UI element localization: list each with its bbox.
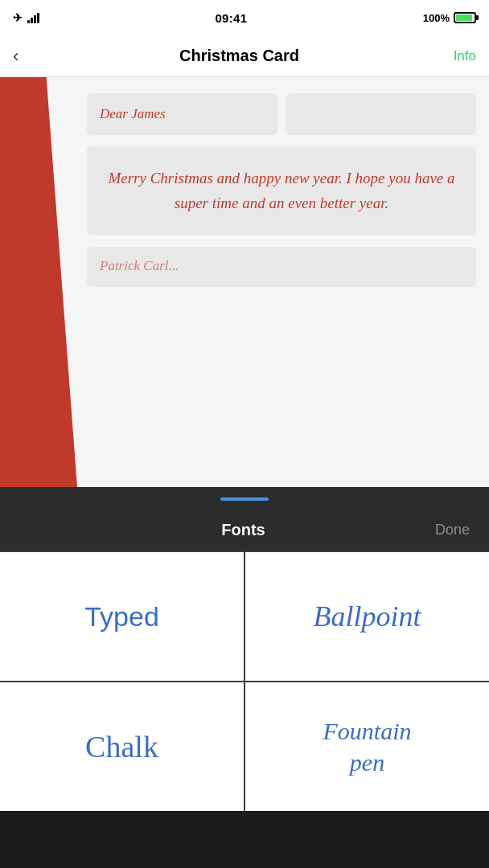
fonts-panel: Fonts Done Typed Ballpoint Chalk Fountai… (0, 511, 489, 811)
font-label-fountain-pen: Fountainpen (323, 715, 412, 778)
card-signature-text: Patrick Carl... (100, 258, 463, 274)
status-time: 09:41 (215, 11, 247, 25)
signal-icon (27, 12, 39, 23)
info-button[interactable]: Info (454, 48, 476, 64)
done-button[interactable]: Done (435, 522, 470, 538)
font-card-chalk[interactable]: Chalk (0, 682, 244, 811)
fonts-title: Fonts (51, 521, 435, 539)
handle-bar (220, 497, 269, 501)
card-content: Dear James Merry Christmas and happy new… (0, 77, 489, 303)
recipient-field[interactable]: Dear James (87, 93, 277, 135)
fonts-header: Fonts Done (0, 511, 489, 551)
battery-fill (456, 14, 472, 21)
card-signature-box[interactable]: Patrick Carl... (87, 247, 476, 287)
status-bar: ✈ 09:41 100% (0, 0, 489, 35)
card-fields-row: Dear James (87, 93, 476, 135)
airplane-icon: ✈ (13, 11, 23, 24)
font-label-ballpoint: Ballpoint (314, 600, 421, 633)
nav-bar: ‹ Christmas Card Info (0, 35, 489, 77)
card-message-box[interactable]: Merry Christmas and happy new year. I ho… (87, 146, 476, 235)
font-card-typed[interactable]: Typed (0, 552, 244, 681)
panel-handle (0, 487, 489, 511)
status-left: ✈ (13, 11, 39, 24)
font-label-chalk: Chalk (85, 729, 158, 764)
card-message-text: Merry Christmas and happy new year. I ho… (103, 166, 460, 216)
battery-percent: 100% (423, 12, 450, 24)
status-right: 100% (423, 12, 476, 24)
empty-field[interactable] (286, 93, 476, 135)
font-label-typed: Typed (84, 601, 159, 633)
fonts-grid: Typed Ballpoint Chalk Fountainpen (0, 551, 489, 811)
font-card-ballpoint[interactable]: Ballpoint (245, 552, 489, 681)
page-title: Christmas Card (179, 47, 299, 65)
back-button[interactable]: ‹ (13, 43, 25, 70)
font-card-fountain-pen[interactable]: Fountainpen (245, 682, 489, 811)
battery-icon (454, 12, 476, 23)
card-preview: Dear James Merry Christmas and happy new… (0, 77, 489, 487)
